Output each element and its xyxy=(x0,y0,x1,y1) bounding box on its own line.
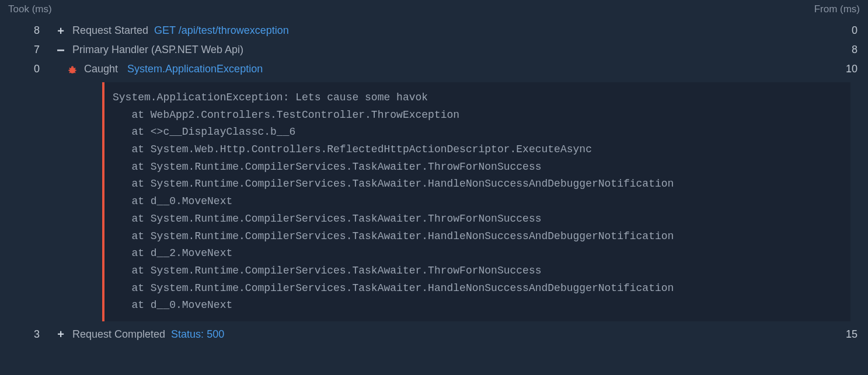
stacktrace-line: at System.Runtime.CompilerServices.TaskA… xyxy=(113,262,842,280)
stacktrace-line: at d__0.MoveNext xyxy=(113,193,842,211)
took-value: 0 xyxy=(8,63,55,75)
took-value: 7 xyxy=(8,44,55,56)
status-link[interactable]: Status: 500 xyxy=(171,328,224,341)
caught-label: Caught xyxy=(84,63,118,75)
row-request-completed[interactable]: 3 + Request Completed Status: 500 15 xyxy=(8,325,860,344)
from-value: 10 xyxy=(819,63,860,75)
timeline-rows: 8 + Request Started GET /api/test/throwe… xyxy=(0,21,868,79)
plus-icon[interactable]: + xyxy=(55,25,67,37)
row-caught-exception[interactable]: 0 Caught System.ApplicationException 10 xyxy=(8,59,860,79)
stacktrace-line: at System.Runtime.CompilerServices.TaskA… xyxy=(113,211,842,228)
stacktrace-panel: System.ApplicationException: Lets cause … xyxy=(102,82,850,321)
bug-icon xyxy=(67,64,78,75)
stacktrace-line: at System.Runtime.CompilerServices.TaskA… xyxy=(113,159,842,176)
from-value: 0 xyxy=(819,24,860,37)
stacktrace-line: at System.Runtime.CompilerServices.TaskA… xyxy=(113,280,842,297)
stacktrace-line: at d__0.MoveNext xyxy=(113,297,842,314)
stacktrace-line: at d__2.MoveNext xyxy=(113,245,842,262)
stacktrace-line: at <>c__DisplayClassc.b__6 xyxy=(113,124,842,141)
row-link[interactable]: GET /api/test/throwexception xyxy=(154,24,289,37)
stacktrace-line: at System.Runtime.CompilerServices.TaskA… xyxy=(113,228,842,246)
row-label: Primary Handler (ASP.NET Web Api) xyxy=(72,44,243,56)
stacktrace-line: at System.Runtime.CompilerServices.TaskA… xyxy=(113,176,842,193)
plus-icon[interactable]: + xyxy=(55,328,67,340)
from-value: 8 xyxy=(819,44,860,56)
row-request-started[interactable]: 8 + Request Started GET /api/test/throwe… xyxy=(8,21,860,40)
row-label: Request Started xyxy=(72,24,148,37)
from-value: 15 xyxy=(819,328,860,341)
timing-header: Took (ms) From (ms) xyxy=(0,0,868,21)
took-value: 8 xyxy=(8,24,55,37)
timeline-rows-footer: 3 + Request Completed Status: 500 15 xyxy=(0,325,868,344)
stacktrace-line: System.ApplicationException: Lets cause … xyxy=(113,89,842,107)
stacktrace-line: at WebApp2.Controllers.TestController.Th… xyxy=(113,107,842,124)
row-label: Request Completed xyxy=(72,328,165,341)
exception-type-link[interactable]: System.ApplicationException xyxy=(127,63,263,75)
took-value: 3 xyxy=(8,328,55,341)
from-header-label: From (ms) xyxy=(814,3,860,15)
row-primary-handler[interactable]: 7 − Primary Handler (ASP.NET Web Api) 8 xyxy=(8,40,860,59)
took-header-label: Took (ms) xyxy=(8,3,52,15)
stacktrace-line: at System.Web.Http.Controllers.Reflected… xyxy=(113,141,842,159)
minus-icon[interactable]: − xyxy=(55,44,67,56)
